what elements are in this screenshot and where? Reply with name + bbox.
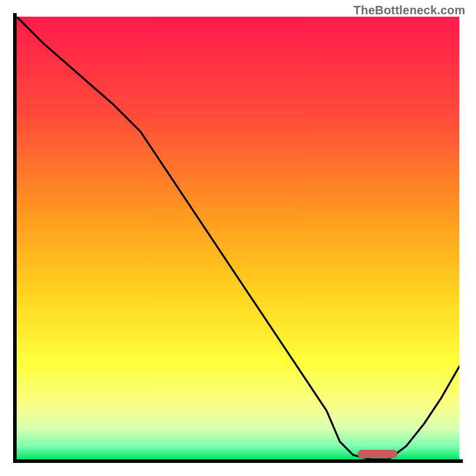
bottleneck-curve-path: [17, 17, 459, 459]
optimal-range-marker: [358, 450, 397, 458]
plot-area: [17, 17, 459, 459]
curve-layer: [17, 17, 459, 459]
bottleneck-chart: TheBottleneck.com: [0, 0, 476, 476]
x-axis: [13, 459, 463, 463]
watermark-text: TheBottleneck.com: [353, 4, 465, 17]
y-axis: [13, 13, 17, 463]
